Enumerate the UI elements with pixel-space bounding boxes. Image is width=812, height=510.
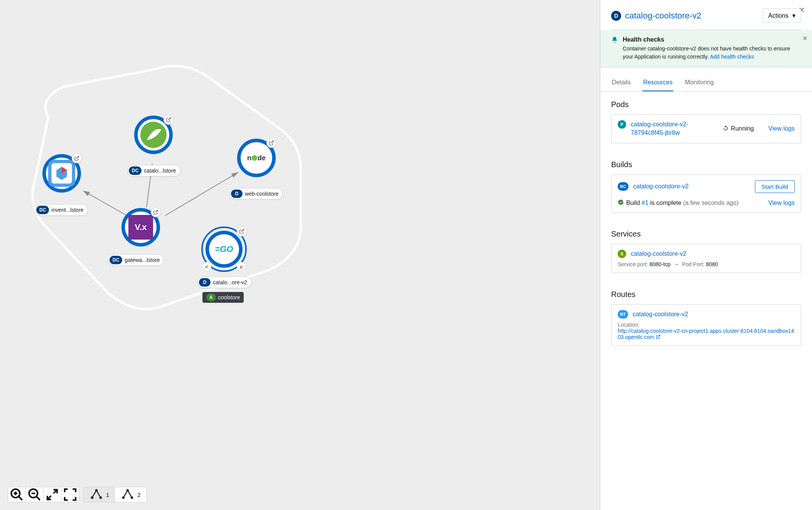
svg-line-32 — [658, 335, 660, 337]
alert-close-button[interactable]: ✕ — [802, 35, 807, 42]
pods-section: Pods P catalog-coolstore-v2-78794c8f45-j… — [600, 92, 812, 152]
deployment-title-link[interactable]: catalog-coolstore-v2 — [625, 11, 701, 21]
node-label-catalog-v2[interactable]: D catalo...ore-v2 — [197, 277, 251, 288]
svg-line-8 — [168, 118, 170, 120]
svg-line-25 — [96, 490, 101, 498]
service-badge-icon: S — [618, 250, 626, 258]
pods-title: Pods — [611, 100, 801, 109]
topology-toolbar: 1 2 — [8, 487, 147, 502]
zoom-in-button[interactable] — [8, 487, 26, 502]
svg-line-13 — [19, 497, 22, 500]
topology-canvas[interactable]: DC invent...lstore DC catalo...lstore V.… — [0, 0, 600, 510]
node-label-inventory[interactable]: DC invent...lstore — [35, 204, 88, 216]
external-link-icon[interactable] — [237, 226, 247, 237]
node-catalog-dc[interactable] — [134, 116, 173, 154]
external-link-icon[interactable] — [151, 207, 161, 217]
alert-body: Container catalog-coolstore-v2 does not … — [623, 45, 790, 60]
builds-title: Builds — [611, 160, 801, 169]
reset-view-button[interactable] — [61, 487, 79, 502]
pod-port-value: 8080 — [706, 261, 718, 267]
services-title: Services — [611, 230, 801, 238]
layout-1-label: 1 — [106, 492, 109, 498]
layout-2-button[interactable]: 2 — [115, 487, 146, 502]
route-url-link[interactable]: http://catalog-coolstore-v2-cn-project1.… — [618, 328, 794, 340]
vertx-icon: V.x — [128, 215, 153, 240]
builds-section: Builds BC catalog-coolstore-v2 Start Bui… — [600, 152, 812, 221]
external-link-icon[interactable] — [163, 115, 174, 125]
page-title: D catalog-coolstore-v2 — [611, 11, 701, 21]
go-icon: =GO — [215, 244, 233, 254]
layout-2-label: 2 — [137, 492, 140, 498]
badge-dc: DC — [36, 206, 49, 214]
routes-section: Routes RT catalog-coolstore-v2 Location:… — [600, 282, 812, 354]
health-check-alert: Health checks Container catalog-coolstor… — [600, 30, 812, 67]
node-gateway[interactable]: V.x — [121, 208, 160, 247]
svg-line-17 — [36, 497, 40, 500]
zoom-out-icon — [26, 487, 43, 502]
actions-label: Actions — [768, 12, 788, 19]
buildconfig-badge-icon: BC — [618, 182, 628, 191]
caret-down-icon: ▾ — [792, 12, 795, 19]
svg-line-2 — [165, 172, 238, 216]
build-success-icon[interactable]: ✔ — [202, 262, 211, 271]
pod-badge-icon: P — [618, 120, 626, 129]
external-link-icon[interactable] — [72, 153, 82, 163]
external-link-icon — [656, 334, 660, 340]
svg-line-24 — [92, 490, 96, 498]
bell-icon — [611, 36, 618, 61]
fit-button[interactable] — [44, 487, 61, 502]
service-link[interactable]: catalog-coolstore-v2 — [631, 250, 686, 257]
nodejs-icon: n⬢de — [247, 154, 266, 162]
svg-line-9 — [155, 210, 158, 213]
build-view-logs-link[interactable]: View logs — [768, 200, 795, 206]
badge-dc: DC — [129, 166, 142, 175]
badge-dc: DC — [110, 256, 122, 264]
spring-icon — [138, 119, 169, 151]
external-link-icon[interactable] — [266, 138, 276, 148]
node-label-web[interactable]: D web-coolstore — [229, 188, 283, 200]
start-build-button[interactable]: Start Build — [755, 180, 795, 193]
svg-line-6 — [76, 156, 79, 159]
svg-line-0 — [83, 191, 127, 216]
label-text: gatewa...lstore — [125, 257, 160, 263]
node-label-catalog-dc[interactable]: DC catalo...lstore — [127, 165, 180, 176]
node-catalog-v2[interactable]: =GO ✔ c — [201, 226, 247, 272]
service-port-value: 8080-tcp — [649, 261, 670, 267]
node-web[interactable]: n⬢de — [237, 139, 276, 177]
node-label-gateway[interactable]: DC gatewa...lstore — [108, 254, 164, 266]
check-icon — [618, 199, 624, 207]
actions-dropdown[interactable]: Actions ▾ — [763, 8, 801, 23]
tab-resources[interactable]: Resources — [642, 74, 673, 91]
view-logs-link[interactable]: View logs — [768, 125, 795, 132]
tab-monitoring[interactable]: Monitoring — [684, 74, 714, 91]
badge-d: D — [231, 190, 243, 198]
arrow-right-icon: → — [674, 261, 679, 267]
tab-details[interactable]: Details — [611, 74, 632, 91]
route-link[interactable]: catalog-coolstore-v2 — [633, 311, 688, 318]
layout-1-button[interactable]: 1 — [84, 487, 115, 502]
layout-icon — [89, 487, 104, 502]
label-text: catalo...ore-v2 — [213, 279, 247, 285]
badge-a: A — [206, 294, 216, 301]
routes-title: Routes — [611, 290, 801, 299]
build-status-suffix: is complete — [649, 200, 683, 206]
expand-icon — [61, 487, 79, 502]
label-text: catalo...lstore — [144, 168, 176, 174]
service-port-label: Service port: — [618, 261, 649, 267]
app-group-label[interactable]: A coolstore — [202, 292, 244, 303]
status-warning-icon[interactable]: c — [237, 262, 246, 271]
add-health-checks-link[interactable]: Add health checks — [710, 54, 754, 60]
route-location-label: Location: — [618, 322, 795, 328]
svg-line-30 — [128, 490, 132, 498]
build-number-link[interactable]: #1 — [642, 200, 649, 206]
alert-title: Health checks — [623, 36, 793, 43]
app-group-name: coolstore — [218, 294, 240, 300]
zoom-out-button[interactable] — [26, 487, 44, 502]
label-text: invent...lstore — [51, 207, 83, 213]
details-sidebar: ✕ D catalog-coolstore-v2 Actions ▾ Healt… — [600, 0, 812, 510]
route-url-text: http://catalog-coolstore-v2-cn-project1.… — [618, 328, 794, 340]
pod-name-link[interactable]: catalog-coolstore-v2-78794c8f45-jbr8w — [631, 120, 708, 138]
deployment-badge-icon: D — [611, 11, 621, 21]
buildconfig-link[interactable]: catalog-coolstore-v2 — [633, 183, 689, 190]
node-inventory[interactable] — [42, 154, 81, 193]
